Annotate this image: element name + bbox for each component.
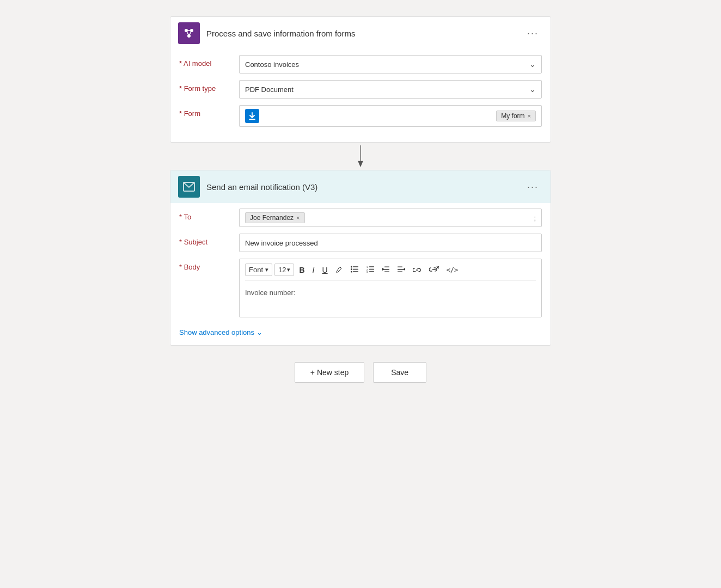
- send-email-card: Send an email notification (V3) ··· To J…: [170, 170, 551, 346]
- process-forms-card: Process and save information from forms …: [170, 16, 551, 143]
- ai-model-value: Contoso invoices: [245, 60, 299, 69]
- body-label: Body: [179, 259, 239, 271]
- ai-model-row: AI model Contoso invoices ⌄: [179, 55, 542, 74]
- to-label: To: [179, 209, 239, 221]
- send-email-more-button[interactable]: ···: [523, 179, 543, 195]
- svg-rect-19: [369, 268, 374, 270]
- new-step-button[interactable]: + New step: [295, 362, 364, 383]
- svg-point-10: [351, 266, 352, 267]
- ai-model-label: AI model: [179, 55, 239, 68]
- body-row: Body Font ▾ 12 ▾ B: [179, 259, 542, 317]
- svg-marker-8: [358, 161, 363, 167]
- bold-button[interactable]: B: [296, 264, 307, 276]
- bottom-actions: + New step Save: [295, 362, 426, 383]
- font-chevron-icon: ▾: [265, 266, 268, 273]
- form-tag: My form ×: [496, 111, 536, 121]
- highlight-button[interactable]: [333, 264, 346, 276]
- svg-rect-21: [369, 271, 374, 272]
- subject-row: Subject New invoice processed: [179, 234, 542, 252]
- insert-link-button[interactable]: [410, 264, 424, 276]
- size-chevron-icon: ▾: [287, 266, 290, 273]
- remove-link-button[interactable]: [426, 264, 442, 276]
- body-editor[interactable]: Font ▾ 12 ▾ B I U: [239, 259, 542, 317]
- svg-point-12: [351, 268, 352, 270]
- process-forms-body: AI model Contoso invoices ⌄ Form type PD…: [170, 50, 551, 142]
- svg-marker-25: [382, 268, 384, 271]
- to-tag: Joe Fernandez ×: [245, 212, 305, 223]
- show-advanced-label: Show advanced options: [179, 328, 254, 336]
- form-type-value: PDF Document: [245, 85, 294, 94]
- svg-rect-11: [353, 266, 358, 267]
- svg-point-14: [351, 271, 352, 272]
- to-row: To Joe Fernandez × ;: [179, 209, 542, 227]
- font-size-value: 12: [278, 266, 286, 274]
- process-forms-more-button[interactable]: ···: [523, 26, 543, 41]
- form-input[interactable]: My form ×: [239, 105, 542, 127]
- svg-rect-13: [353, 268, 358, 270]
- body-text: Invoice number:: [245, 289, 296, 297]
- svg-marker-29: [403, 268, 405, 271]
- send-email-body: To Joe Fernandez × ; Subject New invoice…: [170, 203, 551, 345]
- save-button[interactable]: Save: [373, 362, 426, 383]
- ordered-list-button[interactable]: 1. 2. 3.: [364, 264, 377, 276]
- email-header-left: Send an email notification (V3): [178, 176, 317, 198]
- italic-button[interactable]: I: [310, 264, 317, 276]
- indent-increase-button[interactable]: [395, 264, 408, 276]
- form-type-row: Form type PDF Document ⌄: [179, 80, 542, 99]
- process-forms-icon: [178, 22, 200, 44]
- show-advanced-button[interactable]: Show advanced options ⌄: [179, 324, 262, 336]
- send-email-title: Send an email notification (V3): [206, 182, 317, 192]
- to-input[interactable]: Joe Fernandez × ;: [239, 209, 542, 227]
- form-type-chevron-icon: ⌄: [529, 85, 536, 94]
- to-tag-label: Joe Fernandez: [250, 214, 294, 222]
- form-type-input[interactable]: PDF Document ⌄: [239, 80, 542, 99]
- subject-label: Subject: [179, 234, 239, 246]
- font-selector[interactable]: Font ▾: [245, 264, 272, 276]
- svg-rect-26: [398, 266, 402, 267]
- svg-rect-24: [384, 271, 389, 272]
- underline-button[interactable]: U: [320, 264, 331, 276]
- form-label: Form: [179, 105, 239, 118]
- to-separator: ;: [534, 214, 536, 222]
- ai-model-input[interactable]: Contoso invoices ⌄: [239, 55, 542, 74]
- unordered-list-button[interactable]: [348, 264, 362, 276]
- indent-decrease-button[interactable]: [380, 264, 393, 276]
- process-forms-title: Process and save information from forms: [206, 29, 355, 38]
- form-tag-remove[interactable]: ×: [528, 113, 531, 119]
- subject-input[interactable]: New invoice processed: [239, 234, 542, 252]
- header-left: Process and save information from forms: [178, 22, 355, 44]
- body-toolbar: Font ▾ 12 ▾ B I U: [245, 264, 536, 281]
- body-content[interactable]: Invoice number:: [245, 285, 536, 313]
- form-row: Form My form ×: [179, 105, 542, 127]
- svg-rect-17: [369, 266, 374, 267]
- svg-text:3.: 3.: [366, 271, 368, 273]
- ai-model-chevron-icon: ⌄: [529, 60, 536, 69]
- subject-value: New invoice processed: [245, 239, 318, 247]
- code-view-button[interactable]: </>: [444, 265, 461, 275]
- send-email-header: Send an email notification (V3) ···: [170, 170, 551, 203]
- svg-rect-15: [353, 271, 358, 272]
- font-size-selector[interactable]: 12 ▾: [274, 264, 294, 276]
- process-forms-header: Process and save information from forms …: [170, 17, 551, 50]
- form-type-label: Form type: [179, 80, 239, 93]
- svg-rect-22: [384, 266, 389, 267]
- to-tag-remove[interactable]: ×: [296, 215, 300, 221]
- canvas: Process and save information from forms …: [148, 11, 573, 577]
- show-advanced-chevron-icon: ⌄: [256, 328, 262, 336]
- form-tag-label: My form: [501, 112, 524, 120]
- svg-rect-28: [398, 271, 402, 272]
- form-blue-icon: [245, 109, 259, 123]
- connector-arrow: [355, 143, 366, 170]
- email-icon: [178, 176, 200, 198]
- font-label: Font: [249, 266, 263, 274]
